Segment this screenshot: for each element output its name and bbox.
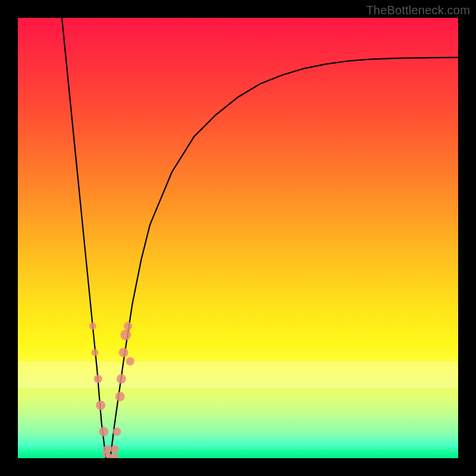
- marker-dot: [94, 375, 102, 383]
- chart-frame: TheBottleneck.com: [0, 0, 476, 476]
- marker-dot: [120, 330, 131, 340]
- marker-dots: [89, 322, 134, 458]
- plot-area: [18, 18, 458, 458]
- marker-dot: [92, 349, 99, 356]
- marker-dot: [111, 445, 119, 453]
- marker-dot: [117, 374, 126, 384]
- marker-dot: [119, 347, 129, 357]
- marker-dot: [124, 322, 132, 330]
- marker-dot: [96, 400, 105, 410]
- marker-dot: [113, 428, 121, 436]
- marker-dot: [89, 322, 96, 330]
- marker-dot: [102, 450, 109, 458]
- marker-dot: [115, 392, 125, 401]
- marker-dot: [99, 427, 108, 437]
- marker-dot: [126, 357, 134, 365]
- curve-layer: [18, 18, 458, 458]
- watermark-text: TheBottleneck.com: [366, 4, 470, 17]
